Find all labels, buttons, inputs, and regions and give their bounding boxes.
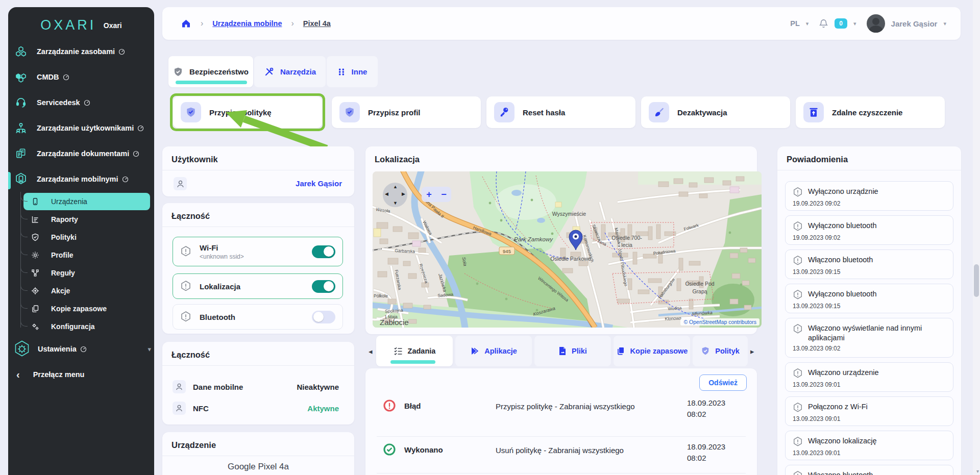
notification-item[interactable]: Połączono z Wi-Fi 13.09.2023 09:01: [785, 396, 953, 426]
map-pan-control[interactable]: ▲ ▼ ◀ ▶: [383, 183, 407, 207]
home-icon[interactable]: [181, 18, 191, 29]
tab-bezpieczenstwo[interactable]: Bezpieczeństwo: [168, 56, 253, 87]
toggle-sublabel: <unknown ssid>: [200, 253, 244, 260]
notification-title: Wyłączono bluetooth: [808, 289, 876, 299]
breadcrumb-link-urzadzenia-mobilne[interactable]: Urządzenia mobilne: [212, 19, 282, 28]
sidebar-item-reguly[interactable]: Reguły: [23, 264, 150, 282]
tab-label: Narzędzia: [280, 67, 316, 76]
sidebar-item-przelacz-menu[interactable]: ‹ Przełącz menu: [8, 363, 154, 386]
notification-item[interactable]: Wyłączono bluetooth 19.09.2023 09:02: [785, 215, 953, 245]
task-row[interactable]: Błąd Przypisz politykę - Zabraniaj wszys…: [377, 395, 746, 431]
sidebar-item-zarzadzanie-uzytkownikami[interactable]: Zarządzanie użytkownikami: [8, 118, 154, 138]
sidebar-item-label: Ustawienia: [38, 345, 77, 353]
notification-item[interactable]: Włączono bluetooth 13.09.2023 09:15: [785, 249, 953, 279]
pan-right-icon[interactable]: ▶: [402, 191, 405, 196]
location-toggle[interactable]: [312, 280, 335, 293]
hexagon-alert-icon: [793, 323, 803, 335]
notification-item[interactable]: Włączono bluetooth: [785, 465, 953, 475]
tab-polityki[interactable]: Polityk: [693, 336, 748, 366]
tab-aplikacje[interactable]: Aplikacje: [455, 336, 532, 366]
map-label: Klonowa: [665, 315, 681, 321]
map-label: Grapą: [692, 288, 707, 294]
map-label: Osiedle 700-: [611, 235, 642, 241]
tab-pliki[interactable]: Pliki: [534, 336, 611, 366]
map[interactable]: 945 Jana Pawła IIHandlowaWincentego Wito…: [373, 171, 762, 328]
sidebar-item-zarzadzanie-zasobami[interactable]: Zarządzanie zasobami: [8, 41, 154, 62]
broom-icon: [649, 102, 669, 122]
sidebar-item-raporty[interactable]: Raporty: [23, 211, 150, 228]
gauge-icon: [84, 99, 90, 106]
sidebar-item-ustawienia[interactable]: Ustawienia ▾: [8, 338, 154, 360]
breadcrumb-separator: ›: [291, 19, 294, 28]
panel-title: Urządzenie: [172, 440, 216, 450]
language-selector[interactable]: PL: [790, 19, 800, 28]
refresh-button[interactable]: Odśwież: [699, 374, 747, 391]
checklist-icon: [394, 346, 403, 356]
toggle-label: Bluetooth: [200, 313, 235, 321]
user-link[interactable]: Jarek Gąsior: [296, 179, 342, 188]
chevron-down-icon[interactable]: ▾: [943, 20, 946, 27]
notification-title: Włączono bluetooth: [808, 470, 873, 475]
sidebar-item-konfiguracja[interactable]: Konfiguracja: [23, 318, 150, 335]
connectivity2-panel: Łączność Dane mobilne Nieaktywne NFC Akt…: [162, 342, 354, 424]
wifi-toggle[interactable]: [312, 245, 335, 258]
sidebar-item-urzadzenia[interactable]: Urządzenia: [23, 193, 150, 210]
row-label: Dane mobilne: [193, 383, 243, 391]
bluetooth-toggle[interactable]: [312, 311, 335, 323]
key-icon: [494, 102, 514, 122]
shield-icon: [31, 233, 40, 242]
action-dezaktywacja[interactable]: Dezaktywacja: [641, 96, 790, 128]
file-icon: [558, 346, 567, 356]
zoom-out-button[interactable]: −: [441, 190, 447, 199]
notification-item[interactable]: Włączono urządzenie 13.09.2023 09:01: [785, 362, 953, 392]
notification-item[interactable]: Włączono lokalizację 13.09.2023 09:01: [785, 431, 953, 460]
tab-narzedzia[interactable]: Narzędzia: [254, 56, 326, 87]
tab-label: Zadania: [408, 347, 436, 355]
action-przypisz-profil[interactable]: Przypisz profil: [332, 96, 481, 128]
action-przypisz-polityke[interactable]: Przypisz politykę: [173, 96, 322, 128]
map-attribution[interactable]: © OpenStreetMap contributors: [680, 318, 760, 326]
pan-up-icon[interactable]: ▲: [393, 184, 398, 189]
tabs-scroll-left-icon[interactable]: ◂: [369, 347, 373, 356]
chevron-down-icon[interactable]: ▾: [853, 20, 856, 27]
tab-inne[interactable]: Inne: [327, 56, 378, 87]
sidebar-item-polityki[interactable]: Polityki: [23, 229, 150, 246]
action-reset-hasla[interactable]: Reset hasła: [486, 96, 635, 128]
scroll-down-icon[interactable]: ▾: [976, 468, 979, 474]
tab-kopie-zapasowe[interactable]: Kopie zapasowe: [614, 336, 690, 366]
sidebar-item-zarzadzanie-dokumentami[interactable]: Zarządzanie dokumentami: [8, 143, 154, 164]
pan-left-icon[interactable]: ◀: [385, 191, 388, 196]
play-icon: [470, 346, 479, 356]
map-label: Osiedle Pod: [685, 281, 714, 287]
avatar[interactable]: [867, 14, 885, 33]
user-menu[interactable]: Jarek Gąsior: [891, 19, 938, 28]
notification-count-badge[interactable]: 0: [835, 18, 847, 29]
hexagon-alert-icon: [793, 221, 803, 232]
device-icon: [31, 197, 40, 206]
task-description: Przypisz politykę - Zabraniaj wszystkieg…: [496, 402, 635, 411]
tab-zadania[interactable]: Zadania: [376, 336, 453, 366]
sidebar-item-kopie-zapasowe[interactable]: Kopie zapasowe: [23, 300, 150, 317]
scrollbar-thumb[interactable]: [974, 264, 979, 297]
sidebar-item-akcje[interactable]: Akcje: [23, 282, 150, 299]
notification-item[interactable]: Włączono wyświetlanie nad innymi aplikac…: [785, 318, 953, 358]
task-row[interactable]: Wykonano Usuń politykę - Zabraniaj wszys…: [377, 439, 746, 474]
scrollbar[interactable]: ▾: [973, 0, 980, 475]
action-zdalne-czyszczenie[interactable]: Zdalne czyszczenie: [796, 96, 945, 128]
bell-icon[interactable]: [819, 18, 828, 29]
breadcrumb-current-pixel-4a[interactable]: Pixel 4a: [303, 19, 331, 28]
connectivity-panel: Łączność Wi-Fi <unknown ssid> Lokalizacj…: [162, 203, 354, 334]
grid-dots-icon: [337, 68, 346, 76]
sidebar-item-profile[interactable]: Profile: [23, 246, 150, 264]
pan-down-icon[interactable]: ▼: [393, 201, 398, 206]
row-label: NFC: [193, 404, 209, 413]
device-name: Google Pixel 4a: [162, 462, 354, 472]
notification-item[interactable]: Wyłączono bluetooth 13.09.2023 09:15: [785, 284, 953, 313]
notification-item[interactable]: Wyłączono urządznie 19.09.2023 09:02: [785, 181, 953, 211]
zoom-in-button[interactable]: +: [426, 190, 432, 199]
sidebar-item-cmdb[interactable]: CMDB: [8, 67, 154, 87]
tabs-scroll-right-icon[interactable]: ▸: [750, 347, 754, 356]
sidebar-item-servicedesk[interactable]: Servicedesk: [8, 92, 154, 113]
sidebar-item-zarzadzanie-mobilnymi[interactable]: Zarządzanie mobilnymi: [8, 169, 154, 189]
chevron-down-icon[interactable]: ▾: [806, 20, 809, 27]
